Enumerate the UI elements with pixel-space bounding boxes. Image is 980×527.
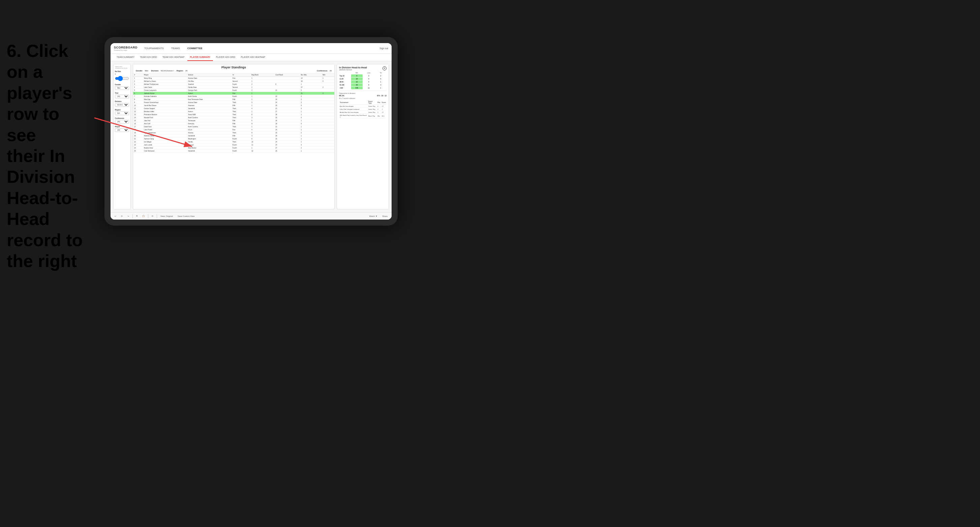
filter-conference: Conference (All) — [115, 117, 129, 124]
tournaments-table: Tournament Event Type Pos Score Amer Ari… — [339, 100, 387, 119]
redo-button[interactable]: ↪ — [126, 214, 130, 218]
divider — [339, 90, 387, 91]
table-row[interactable]: 17 David Ford North Carolina Third 1 21 … — [133, 125, 334, 128]
table-row[interactable]: 22 Ian Gilligan Florida Third 10 24 1 — [133, 140, 334, 143]
table-row[interactable]: 24 Bastien Amat New Mexico Fourth 1 27 2 — [133, 146, 334, 149]
sub-nav-player-h2h-heatmap[interactable]: PLAYER H2H HEATMAP — [238, 54, 268, 61]
nav-link-tournaments[interactable]: TOURNAMENTS — [143, 46, 165, 51]
h2h-row: Top 10 8 3 2 — [339, 75, 387, 77]
nav-right: Sign out — [379, 47, 388, 49]
table-row[interactable]: 2 Michael La Sasso Ole Miss Second 1 18 … — [133, 80, 334, 83]
undo-button[interactable]: ↩ — [113, 214, 118, 218]
table-row[interactable]: 5 Christo Lamprecht Georgia Tech Fourth … — [133, 89, 334, 92]
table-row[interactable]: 20 Matthew Riedel Vanderbilt Fifth 3 26 … — [133, 134, 334, 137]
opponents-label: Opponents in division: — [339, 92, 387, 94]
watch-button[interactable]: Watch ▼ — [368, 214, 379, 218]
nav-sign-out[interactable]: Sign out — [379, 47, 388, 49]
table-row[interactable]: 1 Wenyi Ding Arizona State First 1 14 1 — [133, 77, 334, 80]
tournament-row: SEC Match Play hosted by Jerry Pate Roun… — [339, 114, 387, 119]
filter-player: Player (All) — [115, 125, 129, 132]
h2h-panel: In Division Head-to-Head Jackson Koivun … — [337, 64, 389, 210]
sub-nav-player-h2h-grid[interactable]: PLAYER H2H GRID — [213, 54, 238, 61]
tournament-row: Amer Ari Intercollegiate Stroke Play 4 -… — [339, 105, 387, 108]
panel-header: Player Standings Gender: Men Division: N… — [133, 64, 334, 73]
player-select[interactable]: (All) — [115, 128, 129, 132]
filter-region: Region N/A — [115, 109, 129, 115]
table-row[interactable]: 25 Cole Sherwood Vanderbilt Fourth 12 23… — [133, 149, 334, 152]
gender-select[interactable]: Men — [115, 86, 129, 90]
table-row[interactable]: 8 Mats Ege East Tennessee State Fifth 1 … — [133, 98, 334, 101]
view-original-button[interactable]: View: Original — [159, 214, 174, 218]
table-row[interactable]: 21 Taehoon Song Washington Fourth 6 23 1 — [133, 137, 334, 140]
opponents-section: Opponents in division: 98.1% 674 - 33 - … — [339, 92, 387, 99]
h2h-rows: Top 10 8 3 2 11-25 20 9 5 26-50 22 4 1 5… — [339, 75, 387, 89]
toolbar: ↩ ⟳ ↪ ⧉ 📋 ⟳ View: Original Save Custom V… — [111, 212, 391, 219]
table-row[interactable]: 9 Preston Summerhays Arizona State Third… — [133, 101, 334, 104]
h2h-player: Jackson Koivun — [339, 69, 367, 71]
h2h-header: In Division Head-to-Head Jackson Koivun … — [339, 66, 387, 71]
copy-button[interactable]: ⧉ — [135, 214, 139, 218]
table-row[interactable]: 14 Maxwell Ford North Carolina Third 3 2… — [133, 116, 334, 119]
table-row[interactable]: 7 Nicholas Gabrelcik North Florida Fourt… — [133, 95, 334, 98]
panel-title: Player Standings — [136, 66, 332, 69]
tour-col-type: Event Type — [368, 100, 377, 105]
record-line: 98.1% 674 - 33 - 12 — [339, 95, 387, 97]
nav-bar: SCOREBOARD Powered by clippi TOURNAMENTS… — [111, 43, 391, 54]
table-row[interactable]: 13 Phichakun Maichon Texas A&M Third 6 3… — [133, 113, 334, 116]
sidebar-filters: Update time: 27/03/2024 16:56:26 No Rds.… — [113, 64, 131, 210]
h2h-table-header: Win Loss Tie — [339, 72, 387, 74]
nav-link-committee[interactable]: COMMITTEE — [186, 46, 204, 51]
logo: SCOREBOARD Powered by clippi — [114, 46, 137, 51]
tournament-row: Fallon Oak Collegiate Invitational Strok… — [339, 108, 387, 111]
region-select[interactable]: N/A — [115, 111, 129, 115]
share-button[interactable]: Share — [381, 214, 389, 218]
wl-record: 674 - 33 - 12 — [377, 95, 387, 97]
sub-nav-team-summary[interactable]: TEAM SUMMARY — [114, 54, 137, 61]
tournament-row: Mirabel Maui Jim Intercollegiate Stroke … — [339, 111, 387, 114]
nav-links: TOURNAMENTS TEAMS COMMITTEE — [143, 46, 379, 51]
table-row[interactable]: 15 Jake Hall Tennessee Fifth 5 26 1 — [133, 119, 334, 122]
col-reg-rank: Reg Rank — [250, 73, 274, 77]
table-row[interactable]: 23 Jack Lundin Missouri Fourth 11 24 0 — [133, 143, 334, 146]
table-row[interactable]: 11 Gordon Sargent Vanderbilt Third 4 21 … — [133, 107, 334, 110]
view-original-label: View: Original — [161, 215, 173, 217]
h2h-title: In Division Head-to-Head — [339, 66, 367, 69]
save-custom-button[interactable]: Save Custom View — [176, 214, 196, 218]
table-row[interactable]: 10 Jacob Mac Diesen Arkansas Fifth 1 25 … — [133, 104, 334, 107]
pct-value: 98.1% — [339, 95, 344, 97]
tablet-bezel: SCOREBOARD Powered by clippi TOURNAMENTS… — [105, 37, 398, 225]
sub-nav-player-summary[interactable]: PLAYER SUMMARY — [188, 54, 213, 61]
redo-forward[interactable]: ⟳ — [119, 214, 124, 218]
sub-nav-team-h2h-grid[interactable]: TEAM H2H GRID — [137, 54, 160, 61]
col-yr: Yr — [232, 73, 250, 77]
nav-link-teams[interactable]: TEAMS — [170, 46, 181, 51]
col-player: Player — [143, 73, 187, 77]
standings-table: # Player School Yr Reg Rank Conf Rank No… — [133, 73, 334, 209]
filter-year: Year (All) — [115, 92, 129, 98]
table-row[interactable]: 6 Jackson Koivun Auburn First 1 21 2 — [133, 92, 334, 95]
no-rds-slider[interactable] — [115, 76, 129, 81]
logo-sub: Powered by clippi — [114, 49, 137, 51]
filter-division: Division NCAA Division I — [115, 100, 129, 107]
share-label: Share — [382, 215, 388, 217]
tour-col-name: Tournament — [339, 100, 368, 105]
center-panel: Player Standings Gender: Men Division: N… — [133, 64, 335, 210]
table-row[interactable]: 3 Michael Thorbjornsen Stanford Fourth 2… — [133, 83, 334, 86]
conference-select[interactable]: (All) — [115, 120, 129, 124]
table-row[interactable]: 16 Alex Goff Kentucky Fifth 8 19 0 — [133, 122, 334, 125]
filter-gender: Gender Men — [115, 84, 129, 90]
table-row[interactable]: 19 Tiger Christensen Arizona Third 8 23 … — [133, 131, 334, 134]
tour-col-score: Score — [381, 100, 387, 105]
division-select[interactable]: NCAA Division I — [115, 103, 129, 107]
col-school: School — [187, 73, 232, 77]
table-row[interactable]: 18 Luke Powell UCLA First 4 24 1 — [133, 128, 334, 131]
tablet-screen: SCOREBOARD Powered by clippi TOURNAMENTS… — [111, 43, 391, 219]
close-button[interactable]: ✕ — [382, 66, 387, 70]
sub-nav-team-h2h-heatmap[interactable]: TEAM H2H HEATMAP — [160, 54, 188, 61]
paste-button[interactable]: 📋 — [141, 214, 146, 218]
h2h-row: >100 578 11 1 — [339, 87, 387, 89]
year-select[interactable]: (All) — [115, 95, 129, 98]
table-row[interactable]: 12 Brendan Valles Auburn Third 1 27 1 — [133, 110, 334, 113]
table-row[interactable]: 4 Luke Claton Florida State Second 1 27 … — [133, 86, 334, 89]
refresh-button[interactable]: ⟳ — [150, 214, 155, 218]
